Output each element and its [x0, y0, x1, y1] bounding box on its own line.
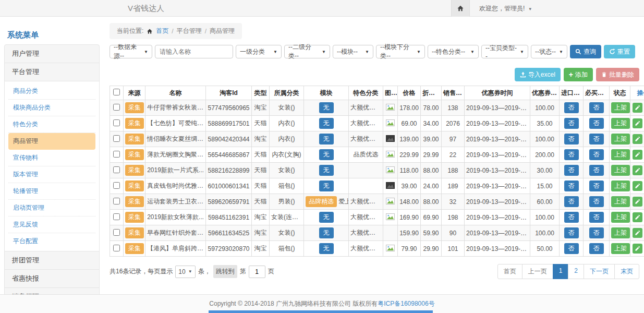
breadcrumb-home-link[interactable]: 首页 [156, 27, 168, 35]
edit-button[interactable] [633, 103, 642, 113]
status-button[interactable]: 上架 [611, 102, 630, 113]
sidebar-group-users[interactable]: 用户管理 [4, 44, 100, 63]
edit-button[interactable] [633, 244, 642, 254]
sidebar-item-3[interactable]: 商品管理 [8, 133, 95, 150]
row-checkbox[interactable] [113, 135, 120, 142]
sidebar-item-9[interactable]: 平台配置 [8, 233, 95, 249]
page-button-1[interactable]: 1 [553, 264, 569, 279]
source-badge[interactable]: 采集 [125, 227, 144, 238]
status-button[interactable]: 上架 [611, 196, 630, 207]
edit-button[interactable] [633, 197, 642, 207]
level1-category-select[interactable]: 一级分类▼ [236, 45, 282, 58]
source-badge[interactable]: 采集 [125, 196, 144, 207]
select-all-checkbox[interactable] [113, 89, 120, 95]
page-button-首页[interactable]: 首页 [497, 264, 523, 279]
name-input[interactable] [155, 45, 233, 58]
must-buy-toggle[interactable]: 否 [589, 102, 604, 113]
row-checkbox[interactable] [113, 104, 120, 111]
import-select-toggle[interactable]: 否 [564, 227, 579, 238]
source-badge[interactable]: 采集 [125, 243, 144, 254]
sidebar-item-4[interactable]: 宣传物料 [8, 150, 95, 166]
search-button[interactable]: 查询 [570, 45, 601, 58]
icp-link[interactable]: 粤ICP备16098006号 [378, 299, 434, 308]
edit-button[interactable] [633, 228, 642, 238]
edit-button[interactable] [633, 165, 642, 175]
edit-button[interactable] [633, 181, 642, 191]
page-button-2[interactable]: 2 [568, 264, 584, 279]
module-none-button[interactable]: 无 [319, 212, 334, 223]
import-select-toggle[interactable]: 否 [564, 212, 579, 223]
import-select-toggle[interactable]: 否 [564, 196, 579, 207]
page-button-下一页[interactable]: 下一页 [584, 264, 615, 279]
import-select-toggle[interactable]: 否 [564, 165, 579, 176]
module-none-button[interactable]: 无 [319, 118, 334, 129]
source-badge[interactable]: 采集 [125, 134, 144, 145]
edit-button[interactable] [633, 118, 642, 128]
sidebar-item-8[interactable]: 意见反馈 [8, 216, 95, 233]
source-badge[interactable]: 采集 [125, 212, 144, 223]
import-select-toggle[interactable]: 否 [564, 118, 579, 129]
sidebar-group-bottom-1[interactable]: 省惠快报 [4, 269, 100, 288]
row-checkbox[interactable] [113, 119, 120, 126]
import-excel-button[interactable]: 导入excel [515, 68, 561, 81]
module-badge[interactable]: 品牌精选 [306, 196, 337, 207]
row-checkbox[interactable] [113, 182, 120, 189]
row-checkbox[interactable] [113, 151, 120, 158]
user-menu[interactable]: 欢迎您，管理员! ▼ [479, 4, 532, 13]
status-button[interactable]: 上架 [611, 243, 630, 254]
data-source-select[interactable]: --数据来源--▼ [110, 45, 152, 58]
status-button[interactable]: 上架 [611, 180, 630, 191]
module-none-button[interactable]: 无 [319, 102, 334, 113]
status-button[interactable]: 上架 [611, 149, 630, 160]
import-select-toggle[interactable]: 否 [564, 102, 579, 113]
sidebar-group-bottom-0[interactable]: 拼团管理 [4, 251, 100, 270]
sidebar-item-1[interactable]: 模块商品分类 [8, 100, 95, 116]
module-select[interactable]: --模块--▼ [333, 45, 373, 58]
import-select-toggle[interactable]: 否 [564, 149, 579, 160]
row-checkbox[interactable] [113, 245, 120, 251]
source-badge[interactable]: 采集 [125, 165, 144, 176]
row-checkbox[interactable] [113, 198, 120, 204]
horizontal-scrollbar-thumb[interactable] [209, 310, 433, 313]
module-subcategory-select[interactable]: --模块下分类--▼ [376, 45, 425, 58]
source-badge[interactable]: 采集 [125, 102, 144, 113]
row-checkbox[interactable] [113, 229, 120, 236]
page-number-input[interactable] [249, 266, 265, 278]
special-category-select[interactable]: --特色分类--▼ [428, 45, 479, 58]
must-buy-toggle[interactable]: 否 [589, 134, 604, 145]
status-button[interactable]: 上架 [611, 134, 630, 145]
must-buy-toggle[interactable]: 否 [589, 243, 604, 254]
status-button[interactable]: 上架 [611, 165, 630, 176]
item-type-select[interactable]: --宝贝类型--▼ [481, 45, 528, 58]
must-buy-toggle[interactable]: 否 [589, 149, 604, 160]
add-button[interactable]: + 添加 [564, 68, 593, 81]
sidebar-item-2[interactable]: 特色分类 [8, 116, 95, 133]
page-button-上一页[interactable]: 上一页 [522, 264, 553, 279]
source-badge[interactable]: 采集 [125, 149, 144, 160]
sidebar-item-7[interactable]: 启动页管理 [8, 200, 95, 216]
module-none-button[interactable]: 无 [319, 134, 334, 145]
module-none-button[interactable]: 无 [319, 180, 334, 191]
edit-button[interactable] [633, 134, 642, 144]
status-button[interactable]: 上架 [611, 227, 630, 238]
source-badge[interactable]: 采集 [125, 118, 144, 129]
import-select-toggle[interactable]: 否 [564, 180, 579, 191]
sidebar-item-5[interactable]: 版本管理 [8, 166, 95, 183]
batch-delete-button[interactable]: 批量删除 [596, 68, 639, 81]
per-page-select[interactable]: 10 ▼ [175, 266, 195, 278]
import-select-toggle[interactable]: 否 [564, 134, 579, 145]
must-buy-toggle[interactable]: 否 [589, 196, 604, 207]
page-button-末页[interactable]: 末页 [614, 264, 639, 279]
must-buy-toggle[interactable]: 否 [589, 212, 604, 223]
edit-button[interactable] [633, 212, 642, 222]
must-buy-toggle[interactable]: 否 [589, 227, 604, 238]
module-none-button[interactable]: 无 [319, 149, 334, 160]
module-none-button[interactable]: 无 [319, 165, 334, 176]
status-select[interactable]: --状态--▼ [531, 45, 567, 58]
module-none-button[interactable]: 无 [319, 227, 334, 238]
module-none-button[interactable]: 无 [319, 243, 334, 254]
sidebar-item-0[interactable]: 商品分类 [8, 83, 95, 100]
sidebar-item-6[interactable]: 轮播管理 [8, 183, 95, 200]
edit-button[interactable] [633, 150, 642, 160]
row-checkbox[interactable] [113, 166, 120, 173]
